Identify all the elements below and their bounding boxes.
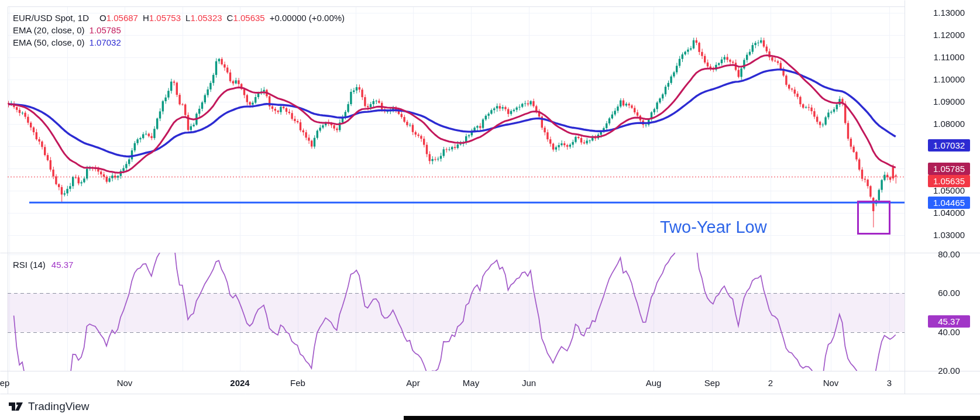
highlight-box[interactable]	[857, 201, 890, 235]
tradingview-chart: EUR/USD Spot, 1DO1.05687H1.05753L1.05323…	[0, 0, 980, 420]
ohlc-open-value: 1.05687	[106, 13, 138, 23]
axis-price-badge: 45.37	[928, 315, 970, 328]
rsi-tick-label: 20.00	[920, 366, 978, 376]
price-tick-label: 1.11000	[920, 52, 978, 63]
tradingview-logo-icon[interactable]	[8, 401, 23, 412]
time-label: Feb	[290, 378, 305, 388]
time-label: Nov	[823, 378, 839, 388]
time-label: 2	[768, 378, 773, 388]
brand-name[interactable]: TradingView	[28, 400, 90, 413]
ema20-row[interactable]: EMA (20, close, 0)1.05785	[13, 24, 345, 36]
chart-canvas[interactable]	[0, 0, 980, 420]
price-tick-label: 1.08000	[920, 119, 978, 129]
rsi-tick-label: 80.00	[920, 249, 978, 260]
symbol-title[interactable]: EUR/USD Spot, 1D	[13, 13, 89, 23]
ema50-row[interactable]: EMA (50, close, 0)1.07032	[13, 36, 345, 49]
legend-panel: EUR/USD Spot, 1DO1.05687H1.05753L1.05323…	[13, 12, 345, 49]
bottom-bar	[404, 416, 980, 420]
price-tick-label: 1.10000	[920, 74, 978, 85]
time-label: Apr	[406, 378, 419, 388]
ohlc-close-label: C	[227, 13, 233, 23]
ohlc-open-label: O	[99, 13, 106, 23]
rsi-value: 45.37	[51, 260, 74, 270]
axis-price-badge: 1.04465	[928, 197, 970, 209]
rsi-legend-row[interactable]: RSI (14)45.37	[13, 260, 73, 270]
ohlc-high-label: H	[143, 13, 149, 23]
ohlc-high-value: 1.05753	[149, 13, 181, 23]
symbol-ohlc-row: EUR/USD Spot, 1DO1.05687H1.05753L1.05323…	[13, 12, 345, 24]
time-label: ep	[0, 378, 9, 388]
ohlc-close-value: 1.05635	[233, 13, 264, 23]
time-label: Sep	[704, 378, 720, 388]
change-value: +0.00000 (+0.00%)	[270, 13, 345, 23]
ema50-label: EMA (50, close, 0)	[13, 37, 85, 47]
time-label: Aug	[646, 378, 662, 388]
time-label: 3	[887, 378, 892, 388]
ohlc-low-value: 1.05323	[190, 13, 222, 23]
axis-price-badge: 1.05785	[928, 163, 970, 175]
rsi-tick-label: 60.00	[920, 288, 978, 298]
price-tick-label: 1.13000	[920, 8, 978, 18]
time-label: Nov	[117, 378, 133, 388]
axis-price-badge: 1.07032	[928, 139, 970, 152]
price-tick-label: 1.12000	[920, 30, 978, 40]
ema50-value: 1.07032	[90, 37, 121, 47]
footer-branding: TradingView	[8, 400, 90, 413]
time-label: Jun	[522, 378, 536, 388]
two-year-low-annotation[interactable]: Two-Year Low	[660, 218, 767, 237]
price-tick-label: 1.03000	[920, 230, 978, 240]
price-tick-label: 1.09000	[920, 97, 978, 107]
price-tick-label: 1.04000	[920, 208, 978, 218]
axis-price-badge: 1.05635	[928, 175, 970, 187]
time-label: May	[463, 378, 479, 388]
ema20-value: 1.05785	[90, 25, 121, 35]
rsi-tick-label: 40.00	[920, 327, 978, 338]
rsi-label: RSI (14)	[13, 260, 46, 270]
time-label: 2024	[230, 378, 249, 388]
ema20-label: EMA (20, close, 0)	[13, 25, 85, 35]
